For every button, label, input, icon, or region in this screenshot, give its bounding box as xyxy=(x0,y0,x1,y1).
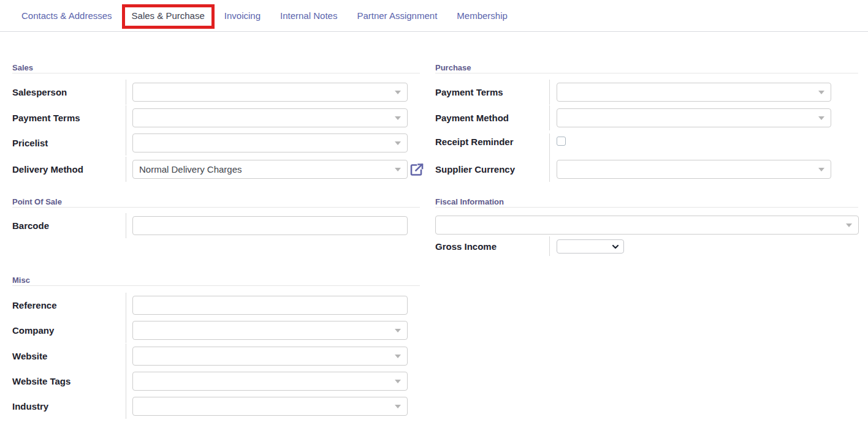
field-label-gross-income: Gross Income xyxy=(435,237,497,256)
field-label-payment-terms-sales: Payment Terms xyxy=(12,108,80,127)
fiscal-position-dropdown[interactable] xyxy=(435,216,859,235)
field-separator xyxy=(549,133,550,159)
field-separator xyxy=(126,157,126,182)
delivery-method-dropdown[interactable]: Normal Delivery Charges xyxy=(132,160,408,179)
barcode-input[interactable] xyxy=(132,216,408,235)
field-separator xyxy=(126,344,126,369)
field-label-reference: Reference xyxy=(12,296,57,315)
section-underline xyxy=(12,73,420,73)
section-title-fiscal-information: Fiscal Information xyxy=(435,197,504,206)
field-separator xyxy=(126,80,126,105)
notebook-tab-bar: Contacts & Addresses Sales & Purchase In… xyxy=(0,0,868,32)
supplier-currency-dropdown[interactable] xyxy=(557,160,831,179)
tab-internal-notes[interactable]: Internal Notes xyxy=(270,10,347,22)
section-underline xyxy=(435,207,858,208)
external-link-icon[interactable] xyxy=(409,162,424,177)
tab-invoicing[interactable]: Invoicing xyxy=(215,10,270,22)
section-title-purchase: Purchase xyxy=(435,63,471,72)
section-underline xyxy=(435,73,858,73)
field-label-website: Website xyxy=(12,347,47,366)
salesperson-dropdown[interactable] xyxy=(132,83,408,102)
company-dropdown[interactable] xyxy=(132,321,408,340)
industry-dropdown[interactable] xyxy=(132,397,408,416)
field-separator xyxy=(126,130,126,156)
field-separator xyxy=(549,236,550,256)
gross-income-select[interactable] xyxy=(557,239,624,254)
field-separator xyxy=(549,157,550,182)
tab-sales-purchase[interactable]: Sales & Purchase xyxy=(122,10,215,22)
website-dropdown[interactable] xyxy=(132,347,408,366)
payment-terms-sales-dropdown[interactable] xyxy=(132,108,408,127)
field-label-website-tags: Website Tags xyxy=(12,372,70,391)
field-separator xyxy=(126,369,126,394)
pricelist-dropdown[interactable] xyxy=(132,133,408,152)
field-label-delivery-method: Delivery Method xyxy=(12,160,83,179)
section-underline xyxy=(12,285,420,286)
chevron-down-icon xyxy=(846,224,852,227)
field-separator xyxy=(126,394,126,419)
section-underline xyxy=(12,207,420,208)
field-label-receipt-reminder: Receipt Reminder xyxy=(435,132,514,151)
chevron-down-icon xyxy=(395,355,401,358)
field-label-salesperson: Salesperson xyxy=(12,83,67,102)
section-title-point-of-sale: Point Of Sale xyxy=(12,197,62,206)
field-label-payment-terms-purchase: Payment Terms xyxy=(435,83,503,102)
field-label-pricelist: Pricelist xyxy=(12,133,48,152)
field-separator xyxy=(126,293,126,318)
field-label-payment-method: Payment Method xyxy=(435,108,509,127)
tab-contacts-addresses[interactable]: Contacts & Addresses xyxy=(12,10,122,22)
chevron-down-icon xyxy=(818,168,824,171)
chevron-down-icon xyxy=(818,91,824,94)
section-title-sales: Sales xyxy=(12,63,33,72)
tab-sales-purchase-label: Sales & Purchase xyxy=(132,10,205,21)
field-label-company: Company xyxy=(12,321,54,340)
field-separator xyxy=(126,105,126,130)
field-label-industry: Industry xyxy=(12,397,48,416)
receipt-reminder-checkbox[interactable] xyxy=(557,137,566,146)
chevron-down-icon xyxy=(395,405,401,408)
payment-terms-purchase-dropdown[interactable] xyxy=(557,83,831,102)
section-title-misc: Misc xyxy=(12,276,30,285)
field-label-barcode: Barcode xyxy=(12,216,49,235)
field-separator xyxy=(549,105,550,130)
tab-membership[interactable]: Membership xyxy=(447,10,517,22)
chevron-down-icon xyxy=(395,380,401,383)
chevron-down-icon xyxy=(395,141,401,145)
field-separator xyxy=(126,318,126,343)
chevron-down-icon xyxy=(818,116,824,120)
tab-partner-assignment[interactable]: Partner Assignment xyxy=(347,10,447,22)
field-separator xyxy=(126,213,126,238)
payment-method-dropdown[interactable] xyxy=(557,108,831,127)
chevron-down-icon xyxy=(395,91,401,94)
chevron-down-icon xyxy=(395,168,401,171)
reference-input[interactable] xyxy=(132,296,408,315)
field-separator xyxy=(549,80,550,105)
website-tags-dropdown[interactable] xyxy=(132,372,408,391)
chevron-down-icon xyxy=(395,116,401,120)
chevron-down-icon xyxy=(612,243,619,250)
chevron-down-icon xyxy=(395,329,401,332)
delivery-method-value: Normal Delivery Charges xyxy=(133,160,407,178)
field-label-supplier-currency: Supplier Currency xyxy=(435,160,515,179)
